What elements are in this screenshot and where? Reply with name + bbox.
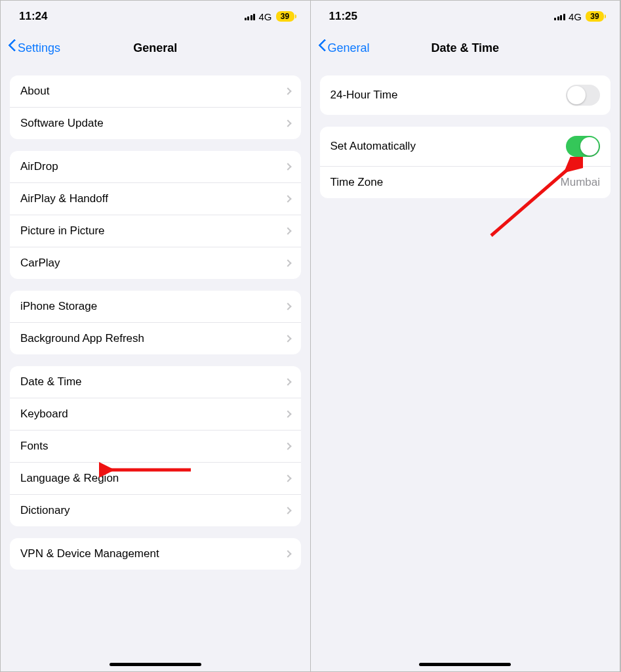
row-label: Date & Time	[20, 375, 82, 388]
nav-bar: General Date & Time	[311, 32, 620, 64]
group-24hour: 24-Hour Time	[320, 75, 611, 115]
status-right: 4G 39	[554, 11, 604, 22]
row-label: AirPlay & Handoff	[20, 192, 108, 205]
chevron-right-icon	[284, 195, 291, 202]
chevron-right-icon	[284, 410, 291, 417]
row-iphone-storage[interactable]: iPhone Storage	[10, 291, 301, 323]
network-label: 4G	[569, 11, 582, 22]
nav-bar: Settings General	[1, 32, 310, 64]
status-time: 11:24	[19, 10, 47, 23]
row-background-app-refresh[interactable]: Background App Refresh	[10, 323, 301, 354]
row-carplay[interactable]: CarPlay	[10, 247, 301, 279]
row-vpn-device-management[interactable]: VPN & Device Management	[10, 538, 301, 570]
group-airdrop: AirDrop AirPlay & Handoff Picture in Pic…	[10, 151, 301, 279]
row-picture-in-picture[interactable]: Picture in Picture	[10, 215, 301, 247]
row-label: Time Zone	[331, 176, 384, 189]
chevron-right-icon	[284, 378, 291, 385]
back-label: General	[328, 41, 370, 55]
status-time: 11:25	[329, 10, 357, 23]
status-bar: 11:25 4G 39	[311, 1, 620, 32]
chevron-right-icon	[284, 163, 291, 170]
row-label: AirDrop	[20, 160, 58, 173]
page-title: Date & Time	[431, 41, 499, 55]
row-label: VPN & Device Management	[20, 547, 159, 560]
row-about[interactable]: About	[10, 75, 301, 108]
row-label: Language & Region	[20, 472, 119, 485]
status-right: 4G 39	[245, 11, 294, 22]
back-label: Settings	[18, 41, 60, 55]
row-label: CarPlay	[20, 257, 60, 270]
row-fonts[interactable]: Fonts	[10, 430, 301, 463]
group-set-auto: Set Automatically Time Zone Mumbai	[320, 127, 611, 198]
home-indicator[interactable]	[419, 663, 511, 666]
battery-icon: 39	[586, 11, 604, 22]
toggle-24-hour[interactable]	[566, 85, 600, 106]
row-label: Dictionary	[20, 504, 70, 517]
row-date-time[interactable]: Date & Time	[10, 366, 301, 398]
row-label: Fonts	[20, 440, 49, 453]
row-label: Picture in Picture	[20, 224, 105, 238]
home-indicator[interactable]	[110, 663, 201, 666]
row-keyboard[interactable]: Keyboard	[10, 398, 301, 430]
group-vpn: VPN & Device Management	[10, 538, 301, 570]
row-software-update[interactable]: Software Update	[10, 108, 301, 139]
group-storage: iPhone Storage Background App Refresh	[10, 291, 301, 354]
phone-general-settings: 11:24 4G 39 Settings General About Softw…	[1, 1, 311, 671]
row-label: Keyboard	[20, 408, 68, 421]
status-bar: 11:24 4G 39	[1, 1, 310, 32]
signal-icon	[245, 12, 256, 20]
row-airdrop[interactable]: AirDrop	[10, 151, 301, 183]
row-language-region[interactable]: Language & Region	[10, 463, 301, 495]
toggle-set-automatically[interactable]	[566, 136, 600, 157]
chevron-right-icon	[284, 259, 291, 266]
row-airplay-handoff[interactable]: AirPlay & Handoff	[10, 183, 301, 215]
row-label: Set Automatically	[331, 140, 416, 153]
row-dictionary[interactable]: Dictionary	[10, 495, 301, 526]
chevron-right-icon	[284, 550, 291, 557]
network-label: 4G	[258, 11, 271, 22]
group-date-time: Date & Time Keyboard Fonts Language & Re…	[10, 366, 301, 526]
chevron-right-icon	[284, 507, 291, 514]
row-label: 24-Hour Time	[331, 89, 398, 102]
row-24-hour-time[interactable]: 24-Hour Time	[320, 75, 611, 115]
row-label: About	[20, 85, 49, 98]
chevron-right-icon	[284, 119, 291, 127]
row-label: iPhone Storage	[20, 300, 97, 313]
chevron-right-icon	[284, 303, 291, 310]
time-zone-value: Mumbai	[561, 176, 600, 189]
chevron-right-icon	[284, 474, 291, 482]
chevron-right-icon	[284, 227, 291, 234]
chevron-left-icon	[7, 41, 16, 55]
row-time-zone[interactable]: Time Zone Mumbai	[320, 167, 611, 198]
phone-date-time-settings: 11:25 4G 39 General Date & Time 24-Hour …	[311, 1, 621, 671]
row-set-automatically[interactable]: Set Automatically	[320, 127, 611, 167]
chevron-right-icon	[284, 335, 291, 342]
page-title: General	[133, 41, 177, 55]
group-about: About Software Update	[10, 75, 301, 139]
chevron-right-icon	[284, 87, 291, 94]
row-label: Software Update	[20, 117, 104, 130]
back-button[interactable]: General	[317, 41, 370, 55]
battery-icon: 39	[276, 11, 294, 22]
chevron-right-icon	[284, 442, 291, 450]
row-label: Background App Refresh	[20, 332, 144, 345]
back-button[interactable]: Settings	[7, 41, 60, 55]
signal-icon	[554, 12, 565, 20]
chevron-left-icon	[317, 41, 327, 55]
